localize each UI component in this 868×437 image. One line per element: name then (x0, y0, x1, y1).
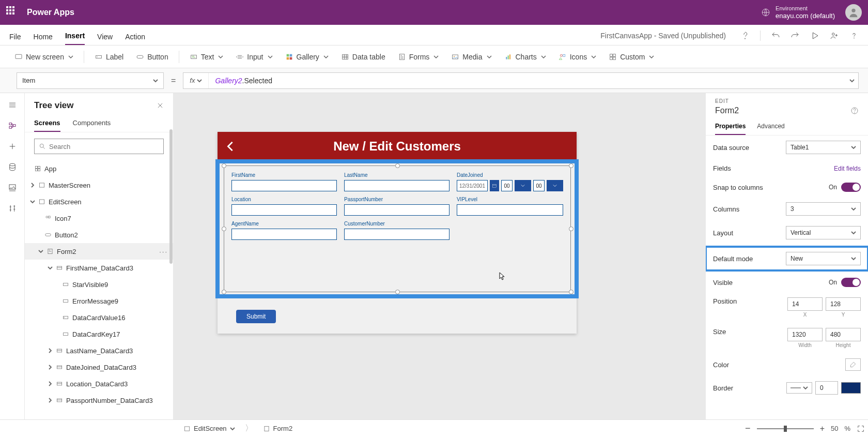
app-checker-icon[interactable] (740, 31, 750, 40)
label-button[interactable]: Label (89, 51, 129, 63)
media-pane-icon[interactable] (8, 183, 17, 192)
share-icon[interactable] (830, 31, 839, 40)
tree-tab-components[interactable]: Components (73, 116, 111, 132)
back-icon[interactable] (225, 141, 236, 152)
forms-menu[interactable]: Forms (393, 51, 444, 63)
columns-select[interactable]: 3 (786, 202, 861, 216)
tree-node-dck17[interactable]: DataCardKey17 (25, 326, 173, 342)
menu-view[interactable]: View (97, 33, 113, 45)
zoom-in[interactable]: + (820, 424, 825, 433)
minute-dropdown[interactable] (547, 180, 563, 191)
tree-node-button2[interactable]: Button2 (25, 227, 173, 243)
tree-search[interactable] (34, 139, 164, 154)
help-icon[interactable] (849, 31, 859, 40)
editscreen-preview[interactable]: New / Edit Customers FirstName LastName … (218, 132, 577, 334)
tree-node-app[interactable]: App (25, 160, 173, 177)
custom-menu[interactable]: Custom (603, 51, 659, 63)
search-icon (39, 143, 46, 150)
tree-node-datejoined-dc[interactable]: DateJoined_DataCard3 (25, 359, 173, 375)
input-menu[interactable]: Input (230, 51, 277, 63)
submit-button[interactable]: Submit (236, 310, 276, 323)
tree-node-err9[interactable]: ErrorMessage9 (25, 293, 173, 309)
search-input[interactable] (49, 143, 159, 150)
border-width-input[interactable]: 0 (815, 381, 838, 395)
field-lastname[interactable]: LastName (344, 172, 450, 191)
visible-toggle[interactable] (841, 278, 861, 287)
user-avatar[interactable] (845, 4, 862, 21)
tree-node-editscreen[interactable]: EditScreen (25, 193, 173, 210)
property-selector[interactable]: Item (17, 72, 164, 89)
layout-select[interactable]: Vertical (786, 226, 861, 239)
width-input[interactable]: 1320 (787, 328, 823, 341)
field-firstname[interactable]: FirstName (231, 172, 337, 191)
advanced-tools-icon[interactable] (8, 204, 17, 213)
media-menu[interactable]: Media (446, 51, 497, 63)
zoom-control[interactable]: − + 50 % (745, 423, 865, 434)
tree-node-passport-dc[interactable]: PassportNumber_DataCard3 (25, 392, 173, 409)
field-location[interactable]: Location (231, 197, 337, 216)
formula-input[interactable]: fx Gallery2.Selected (183, 72, 859, 89)
fit-to-window-icon[interactable] (857, 425, 865, 433)
canvas[interactable]: New / Edit Customers FirstName LastName … (174, 93, 705, 419)
props-tab-properties[interactable]: Properties (715, 119, 746, 135)
field-passport[interactable]: PassportNumber (344, 197, 450, 216)
pos-x-input[interactable]: 14 (787, 297, 823, 311)
border-style-select[interactable] (786, 382, 812, 394)
formula-bar: Item = fx Gallery2.Selected (0, 68, 868, 93)
menu-insert[interactable]: Insert (65, 32, 85, 45)
icons-menu[interactable]: Icons (553, 51, 601, 63)
default-mode-select[interactable]: New (786, 252, 861, 265)
snap-toggle[interactable] (841, 183, 861, 192)
color-picker[interactable] (845, 358, 861, 371)
tree-node-form2[interactable]: Form2 ··· (25, 243, 173, 260)
tree-tab-screens[interactable]: Screens (34, 116, 60, 132)
border-color-swatch[interactable] (841, 382, 861, 394)
edit-fields-link[interactable]: Edit fields (834, 165, 861, 172)
menu-file[interactable]: File (9, 33, 21, 45)
info-icon[interactable] (850, 107, 859, 115)
new-screen-button[interactable]: New screen (9, 51, 79, 63)
redo-icon[interactable] (791, 31, 800, 40)
breadcrumb-screen[interactable]: EditScreen (178, 422, 241, 435)
tree-scrollbar[interactable] (169, 129, 173, 264)
gallery-menu[interactable]: Gallery (280, 51, 334, 63)
zoom-slider[interactable] (757, 428, 814, 429)
field-agentname[interactable]: AgentName (231, 221, 337, 240)
field-customernumber[interactable]: CustomerNumber (344, 221, 450, 240)
hamburger-icon[interactable] (8, 100, 17, 110)
breadcrumb-form[interactable]: Form2 (257, 422, 299, 435)
tree-node-lastname-dc[interactable]: LastName_DataCard3 (25, 342, 173, 359)
tree-node-icon7[interactable]: Icon7 (25, 210, 173, 227)
data-table-button[interactable]: Data table (336, 51, 391, 63)
close-icon[interactable] (157, 102, 164, 109)
calendar-icon[interactable] (490, 180, 499, 191)
app-launcher-icon[interactable] (6, 6, 19, 19)
tree-view-icon[interactable] (8, 121, 17, 130)
data-source-select[interactable]: Table1 (786, 141, 861, 154)
menu-action[interactable]: Action (125, 33, 145, 45)
field-viplevel[interactable]: VIPLevel (457, 197, 563, 216)
tree-node-masterscreen[interactable]: MasterScreen (25, 177, 173, 193)
environment-picker[interactable]: Environment enayu.com (default) (761, 5, 835, 20)
tree-node-location-dc[interactable]: Location_DataCard3 (25, 375, 173, 392)
tree-node-dcv16[interactable]: DataCardValue16 (25, 309, 173, 326)
field-datejoined[interactable]: DateJoined 12/31/2001 00 00 (457, 172, 563, 191)
menu-home[interactable]: Home (34, 33, 53, 45)
hour-dropdown[interactable] (515, 180, 531, 191)
text-menu[interactable]: Text (184, 51, 229, 63)
undo-icon[interactable] (771, 31, 780, 40)
props-tab-advanced[interactable]: Advanced (757, 119, 784, 135)
insert-pane-icon[interactable] (8, 142, 17, 151)
pos-y-input[interactable]: 128 (826, 297, 861, 311)
data-pane-icon[interactable] (8, 162, 17, 172)
tree-node-firstname-dc[interactable]: FirstName_DataCard3 (25, 260, 173, 276)
play-icon[interactable] (810, 31, 819, 40)
expand-formula-icon[interactable] (846, 78, 858, 83)
tree-node-star9[interactable]: StarVisible9 (25, 276, 173, 293)
height-input[interactable]: 480 (826, 328, 861, 341)
zoom-out[interactable]: − (745, 423, 751, 434)
charts-menu[interactable]: Charts (499, 51, 551, 63)
form2-body[interactable]: FirstName LastName DateJoined 12/31/2001… (224, 165, 571, 292)
more-icon[interactable]: ··· (159, 248, 168, 255)
button-button[interactable]: Button (131, 51, 173, 63)
